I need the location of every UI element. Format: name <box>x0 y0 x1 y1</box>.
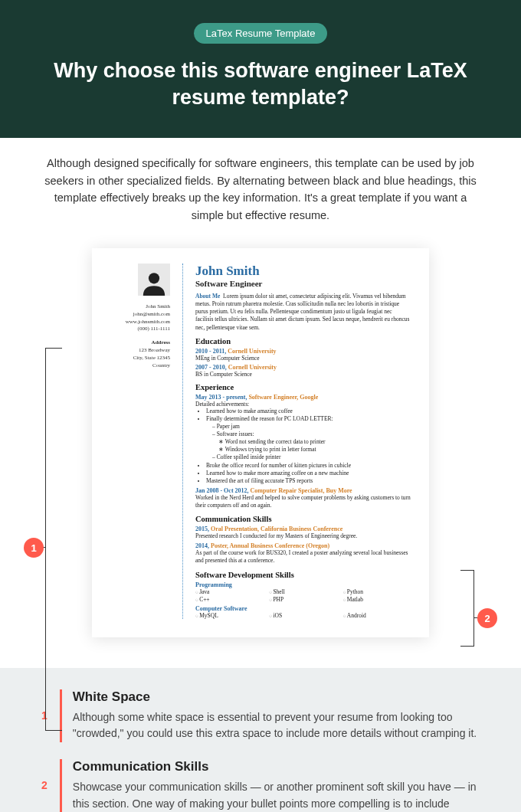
resume-sidebar: John Smith john@smith.com www.johnsmith.… <box>110 264 170 619</box>
address-label: Address <box>152 339 170 345</box>
addr-line: Country <box>110 362 170 370</box>
addr-line: 123 Broadway <box>110 347 170 355</box>
hero-section: LaTex Resume Template Why choose this so… <box>0 0 521 138</box>
side-email: john@smith.com <box>110 311 170 319</box>
bracket-2 <box>460 570 474 647</box>
resume-name: John Smith <box>195 264 411 279</box>
tip-body: Showcase your communication skills — or … <box>73 779 480 812</box>
callout-badge-1: 1 <box>24 538 44 558</box>
bracket-1 <box>45 348 62 731</box>
tip-2: 2 Communication Skills Showcase your com… <box>41 759 480 812</box>
avatar-icon <box>138 264 170 296</box>
exp-bullets: Learned how to make amazing coffee Final… <box>206 408 411 485</box>
section-education: Education <box>195 337 411 345</box>
tip-1: 1 White Space Although some white space … <box>41 689 480 742</box>
section-dev-skills: Software Development Skills <box>195 571 411 579</box>
skills-programming: JavaShellPython C++PHPMatlab <box>195 588 411 603</box>
category-pill: LaTex Resume Template <box>194 23 328 44</box>
about-text: Lorem ipsum dolor sit amet, consectetur … <box>195 293 410 331</box>
svg-point-0 <box>149 273 159 283</box>
side-name: John Smith <box>110 303 170 311</box>
intro-paragraph: Although designed specifically for softw… <box>0 138 521 241</box>
side-phone: (000) 111-1111 <box>110 326 170 333</box>
tip-title: White Space <box>73 689 480 705</box>
tips-section: 1 White Space Although some white space … <box>0 668 521 812</box>
hero-title: Why choose this software engineer LaTeX … <box>31 57 490 111</box>
callout-badge-2: 2 <box>477 608 497 628</box>
resume-document: John Smith john@smith.com www.johnsmith.… <box>92 248 429 637</box>
resume-role: Software Engineer <box>195 279 411 288</box>
section-communication: Communication Skills <box>195 515 411 523</box>
resume-preview-stage: 1 2 John Smith john@smith.com www.johnsm… <box>0 241 521 668</box>
skills-software: MySQLiOSAndroid <box>195 612 411 619</box>
about-label: About Me <box>195 293 220 300</box>
section-experience: Experience <box>195 383 411 391</box>
tip-body: Although some white space is essential t… <box>73 709 480 742</box>
tip-number: 2 <box>41 759 48 812</box>
vertical-divider <box>182 264 183 619</box>
side-web: www.johnsmith.com <box>110 319 170 326</box>
tip-title: Communication Skills <box>73 759 480 774</box>
resume-main: John Smith Software Engineer About Me Lo… <box>195 264 411 619</box>
addr-line: City, State 12345 <box>110 355 170 362</box>
